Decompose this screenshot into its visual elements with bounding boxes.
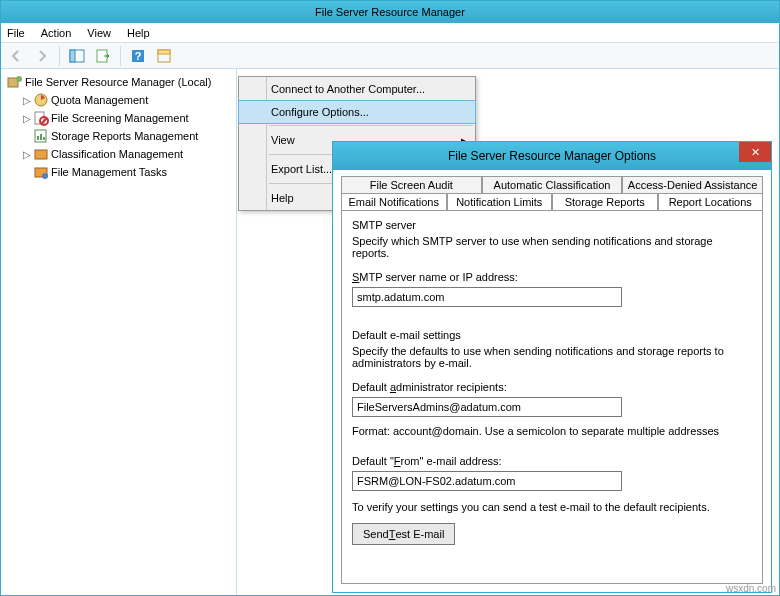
send-test-email-button[interactable]: Send Test E-mail — [352, 523, 455, 545]
close-icon: ✕ — [751, 146, 760, 159]
ctx-sep-icon — [269, 125, 473, 126]
tree-filescreen-label: File Screening Management — [51, 112, 189, 124]
verify-note: To verify your settings you can send a t… — [352, 501, 752, 513]
quota-icon — [33, 92, 49, 108]
report-icon — [33, 128, 49, 144]
forward-button[interactable] — [31, 45, 53, 67]
tab-report-locations[interactable]: Report Locations — [658, 193, 764, 210]
svg-rect-15 — [40, 134, 42, 140]
admin-recipients-input[interactable] — [352, 397, 622, 417]
classification-icon — [33, 146, 49, 162]
smtp-input[interactable] — [352, 287, 622, 307]
dialog-titlebar: File Server Resource Manager Options ✕ — [333, 142, 771, 170]
watermark: wsxdn.com — [726, 583, 776, 594]
smtp-label: SMTP server name or IP address: — [352, 271, 752, 283]
tab-storage-reports[interactable]: Storage Reports — [552, 193, 658, 210]
format-hint: Format: account@domain. Use a semicolon … — [352, 425, 752, 437]
tree-storage[interactable]: Storage Reports Management — [3, 127, 234, 145]
ctx-connect-label: Connect to Another Computer... — [271, 83, 425, 95]
tree-classification-label: Classification Management — [51, 148, 183, 160]
tree-tasks[interactable]: File Management Tasks — [3, 163, 234, 181]
default-email-header: Default e-mail settings — [352, 329, 752, 341]
dialog-tabs: File Screen Audit Automatic Classificati… — [341, 176, 763, 210]
tab-automatic-classification[interactable]: Automatic Classification — [482, 176, 623, 193]
expander-icon[interactable]: ▷ — [23, 95, 33, 106]
menu-view[interactable]: View — [87, 27, 111, 39]
options-dialog: File Server Resource Manager Options ✕ F… — [332, 141, 772, 593]
svg-point-19 — [42, 173, 48, 179]
tab-access-denied[interactable]: Access-Denied Assistance — [622, 176, 763, 193]
menu-file[interactable]: File — [7, 27, 25, 39]
ctx-configure-label: Configure Options... — [271, 106, 369, 118]
ctx-connect[interactable]: Connect to Another Computer... — [239, 77, 475, 101]
back-button[interactable] — [5, 45, 27, 67]
svg-point-8 — [16, 76, 22, 82]
tab-panel-email: SMTP server Specify which SMTP server to… — [341, 210, 763, 584]
tree-tasks-label: File Management Tasks — [51, 166, 167, 178]
tab-file-screen-audit[interactable]: File Screen Audit — [341, 176, 482, 193]
tasks-icon — [33, 164, 49, 180]
admin-recipients-label: Default administrator recipients: — [352, 381, 752, 393]
svg-text:?: ? — [135, 50, 142, 62]
smtp-desc: Specify which SMTP server to use when se… — [352, 235, 752, 259]
dialog-title: File Server Resource Manager Options — [333, 149, 771, 163]
toolbar: ? — [1, 43, 779, 69]
tab-notification-limits[interactable]: Notification Limits — [447, 193, 553, 210]
default-email-desc: Specify the defaults to use when sending… — [352, 345, 752, 369]
help-button[interactable]: ? — [127, 45, 149, 67]
ctx-view-label: View — [271, 134, 295, 146]
smtp-header: SMTP server — [352, 219, 752, 231]
from-input[interactable] — [352, 471, 622, 491]
tree-root[interactable]: File Server Resource Manager (Local) — [3, 73, 234, 91]
expander-icon[interactable]: ▷ — [23, 149, 33, 160]
nav-tree: File Server Resource Manager (Local) ▷ Q… — [1, 69, 237, 595]
menubar: File Action View Help — [1, 23, 779, 43]
tab-email-notifications[interactable]: Email Notifications — [341, 193, 447, 210]
svg-rect-16 — [43, 137, 45, 140]
toolbar-sep-icon — [120, 46, 121, 66]
menu-action[interactable]: Action — [41, 27, 72, 39]
window-title: File Server Resource Manager — [315, 6, 465, 18]
expander-icon[interactable]: ▷ — [23, 113, 33, 124]
main-titlebar: File Server Resource Manager — [1, 1, 779, 23]
export-list-button[interactable] — [92, 45, 114, 67]
show-hide-tree-button[interactable] — [66, 45, 88, 67]
tree-storage-label: Storage Reports Management — [51, 130, 198, 142]
filescreen-icon — [33, 110, 49, 126]
tree-quota-label: Quota Management — [51, 94, 148, 106]
toolbar-sep-icon — [59, 46, 60, 66]
menu-help[interactable]: Help — [127, 27, 150, 39]
svg-rect-1 — [70, 50, 75, 62]
tree-classification[interactable]: ▷ Classification Management — [3, 145, 234, 163]
properties-button[interactable] — [153, 45, 175, 67]
svg-rect-6 — [158, 50, 170, 54]
svg-rect-14 — [37, 136, 39, 140]
ctx-export-label: Export List... — [271, 163, 332, 175]
tree-root-label: File Server Resource Manager (Local) — [25, 76, 211, 88]
tree-quota[interactable]: ▷ Quota Management — [3, 91, 234, 109]
fsrm-icon — [7, 74, 23, 90]
close-button[interactable]: ✕ — [739, 142, 771, 162]
ctx-help-label: Help — [271, 192, 294, 204]
ctx-configure[interactable]: Configure Options... — [238, 100, 476, 124]
tree-filescreen[interactable]: ▷ File Screening Management — [3, 109, 234, 127]
svg-rect-17 — [35, 150, 47, 159]
from-label: Default "From" e-mail address: — [352, 455, 752, 467]
